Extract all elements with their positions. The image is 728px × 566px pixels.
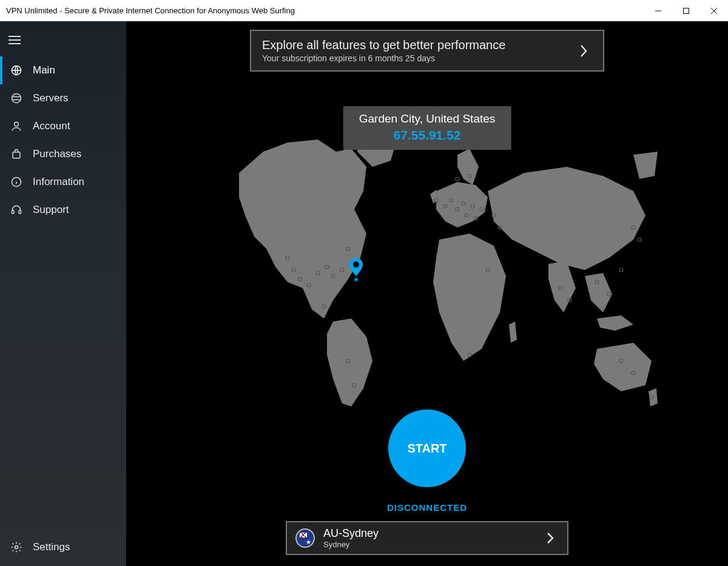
main-panel: Explore all features to get better perfo… (126, 21, 728, 566)
server-city: Sydney (323, 540, 542, 549)
svg-point-2 (12, 94, 21, 103)
sidebar-item-label: Purchases (33, 148, 81, 160)
sidebar-item-settings[interactable]: Settings (0, 531, 126, 566)
chevron-right-icon (575, 42, 592, 59)
svg-rect-4 (13, 152, 20, 158)
server-name: AU-Sydney (323, 527, 542, 540)
svg-rect-7 (19, 211, 21, 214)
sidebar: Main Servers Account (0, 21, 126, 566)
minimize-button[interactable] (644, 0, 672, 21)
svg-point-3 (15, 122, 19, 126)
sidebar-item-servers[interactable]: Servers (0, 84, 126, 112)
connect-button-label: START (407, 442, 447, 456)
user-icon (10, 120, 23, 133)
sidebar-item-purchases[interactable]: Purchases (0, 140, 126, 168)
window-title: VPN Unlimited - Secure & Private Interne… (6, 6, 295, 15)
bag-icon (10, 147, 23, 161)
maximize-button[interactable] (672, 0, 700, 21)
sidebar-item-label: Support (33, 204, 69, 216)
svg-point-47 (353, 261, 359, 268)
location-ip: 67.55.91.52 (359, 128, 496, 143)
svg-point-31 (456, 177, 459, 181)
settings-label: Settings (33, 541, 70, 553)
sidebar-item-support[interactable]: Support (0, 196, 126, 224)
info-icon (10, 175, 23, 189)
banner-title: Explore all features to get better perfo… (262, 38, 575, 52)
svg-rect-6 (12, 211, 14, 214)
sidebar-item-label: Account (33, 120, 70, 132)
location-city: Garden City, United States (359, 112, 496, 126)
banner-subtitle: Your subscription expires in 6 months 25… (262, 53, 575, 63)
sidebar-item-account[interactable]: Account (0, 112, 126, 140)
titlebar: VPN Unlimited - Secure & Private Interne… (0, 0, 728, 21)
connect-button[interactable]: START (388, 409, 466, 487)
svg-point-8 (15, 546, 18, 549)
server-selector[interactable]: AU-Sydney Sydney (286, 521, 568, 555)
map-location-dot (354, 277, 359, 282)
promo-banner[interactable]: Explore all features to get better perfo… (250, 30, 604, 72)
hamburger-icon (8, 36, 21, 44)
headset-icon (10, 203, 23, 217)
svg-point-41 (619, 268, 623, 272)
menu-toggle-button[interactable] (0, 30, 126, 56)
map-pin-icon (349, 258, 363, 278)
world-map (197, 118, 658, 422)
sidebar-item-label: Main (33, 64, 55, 76)
chevron-right-icon (542, 530, 559, 547)
svg-rect-0 (684, 8, 689, 13)
sidebar-item-label: Servers (33, 92, 69, 104)
gear-icon (10, 541, 23, 554)
location-card: Garden City, United States 67.55.91.52 (343, 106, 511, 150)
close-button[interactable] (700, 0, 728, 21)
svg-point-43 (638, 238, 641, 241)
globe-icon (10, 64, 23, 77)
connection-status: DISCONNECTED (387, 502, 467, 513)
sidebar-item-label: Information (33, 176, 84, 188)
sidebar-item-main[interactable]: Main (0, 56, 126, 84)
sidebar-item-information[interactable]: Information (0, 168, 126, 196)
servers-icon (10, 92, 23, 105)
flag-icon (295, 528, 315, 548)
